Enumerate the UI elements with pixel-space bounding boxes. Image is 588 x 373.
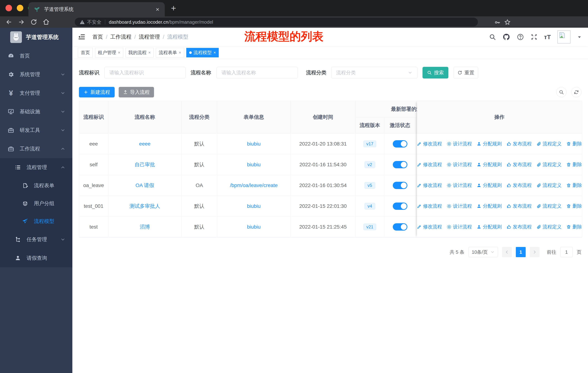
active-toggle[interactable] <box>393 161 407 168</box>
reset-button[interactable]: 重置 <box>453 67 478 79</box>
modify-process-link[interactable]: 修改流程 <box>417 161 442 168</box>
sidebar-item-infrastructure[interactable]: 基础设施 <box>0 102 72 121</box>
caret-down-icon[interactable] <box>577 35 582 39</box>
assign-rule-link[interactable]: 分配规则 <box>477 161 502 168</box>
close-icon[interactable]: × <box>118 50 120 55</box>
delete-link[interactable]: 删除 <box>566 161 582 168</box>
process-category-select[interactable]: 流程分类 <box>331 67 417 79</box>
process-definition-link[interactable]: 流程定义 <box>536 161 562 168</box>
close-icon[interactable]: × <box>214 50 216 55</box>
active-toggle[interactable] <box>393 223 407 231</box>
search-icon[interactable] <box>489 33 496 40</box>
assign-rule-link[interactable]: 分配规则 <box>477 224 502 230</box>
design-process-link[interactable]: 设计流程 <box>447 203 472 209</box>
forward-icon[interactable] <box>18 19 25 26</box>
publish-process-link[interactable]: 发布流程 <box>506 161 532 168</box>
publish-process-link[interactable]: 发布流程 <box>506 141 532 147</box>
fullscreen-icon[interactable] <box>531 33 537 40</box>
assign-rule-link[interactable]: 分配规则 <box>477 141 502 147</box>
home-icon[interactable] <box>43 19 50 26</box>
search-button[interactable]: 搜索 <box>422 67 448 79</box>
sidebar-item-home[interactable]: 首页 <box>0 47 72 65</box>
next-page-button[interactable] <box>530 247 539 257</box>
process-definition-link[interactable]: 流程定义 <box>536 203 562 209</box>
back-icon[interactable] <box>5 19 12 26</box>
breadcrumb-process-management[interactable]: 流程管理 <box>139 33 160 40</box>
modify-process-link[interactable]: 修改流程 <box>417 203 442 209</box>
tag-flow-model[interactable]: 流程模型 × <box>186 48 219 57</box>
close-icon[interactable]: × <box>179 50 181 55</box>
sidebar-item-process-management[interactable]: 流程管理 <box>0 158 72 177</box>
cell-form-info-link[interactable]: /bpm/oa/leave/create <box>217 175 291 196</box>
sidebar-item-leave-query[interactable]: 请假查询 <box>0 249 72 267</box>
create-process-button[interactable]: 新建流程 <box>79 87 115 97</box>
sidebar-item-task-management[interactable]: 任务管理 <box>0 230 72 249</box>
breadcrumb-home[interactable]: 首页 <box>92 33 103 40</box>
process-definition-link[interactable]: 流程定义 <box>536 182 562 189</box>
sidebar-item-user-group[interactable]: 用户分组 <box>0 194 72 212</box>
modify-process-link[interactable]: 修改流程 <box>417 182 442 189</box>
tag-my-flow[interactable]: 我的流程 × <box>126 48 154 57</box>
delete-link[interactable]: 删除 <box>566 203 582 209</box>
minimize-window-button[interactable] <box>17 5 23 11</box>
close-window-button[interactable] <box>5 5 12 11</box>
address-bar[interactable]: 不安全 dashboard.yudao.iocoder.cn/bpm/manag… <box>75 18 478 26</box>
browser-tab[interactable]: 芋道管理系统 × <box>28 2 165 16</box>
breadcrumb-workflow[interactable]: 工作流程 <box>110 33 131 40</box>
github-icon[interactable] <box>503 33 510 41</box>
tab-close-icon[interactable]: × <box>156 6 159 12</box>
cell-form-info-link[interactable]: biubiu <box>217 133 291 154</box>
page-number-1[interactable]: 1 <box>516 247 526 257</box>
sidebar-collapse-icon[interactable] <box>78 33 85 40</box>
active-toggle[interactable] <box>393 202 407 210</box>
goto-page-input[interactable]: 1 <box>560 247 573 257</box>
process-definition-link[interactable]: 流程定义 <box>536 141 562 147</box>
font-size-icon[interactable]: тT <box>544 33 551 40</box>
user-avatar[interactable] <box>557 30 570 43</box>
delete-link[interactable]: 删除 <box>566 224 582 230</box>
modify-process-link[interactable]: 修改流程 <box>417 224 442 230</box>
tag-flow-form[interactable]: 流程表单 × <box>156 48 184 57</box>
bookmark-star-icon[interactable] <box>504 19 511 26</box>
process-name-input[interactable]: 请输入流程名称 <box>217 67 298 79</box>
import-process-button[interactable]: 导入流程 <box>119 87 154 97</box>
cell-form-info-link[interactable]: biubiu <box>217 217 291 237</box>
publish-process-link[interactable]: 发布流程 <box>506 203 532 209</box>
delete-link[interactable]: 删除 <box>566 182 582 189</box>
cell-process-name-link[interactable]: 滔博 <box>108 217 181 237</box>
sidebar-item-devtools[interactable]: 研发工具 <box>0 121 72 140</box>
design-process-link[interactable]: 设计流程 <box>447 141 472 147</box>
delete-link[interactable]: 删除 <box>566 141 582 147</box>
cell-form-info-link[interactable]: biubiu <box>217 154 291 175</box>
cell-process-name-link[interactable]: 自己审批 <box>108 154 181 175</box>
sidebar-item-workflow[interactable]: 工作流程 <box>0 140 72 158</box>
active-toggle[interactable] <box>393 182 407 189</box>
help-icon[interactable] <box>517 33 524 40</box>
app-logo[interactable]: 芋道管理系统 <box>0 28 72 47</box>
page-size-select[interactable]: 10条/页 <box>468 247 498 257</box>
publish-process-link[interactable]: 发布流程 <box>506 182 532 189</box>
process-definition-link[interactable]: 流程定义 <box>536 224 562 230</box>
cell-process-name-link[interactable]: OA 请假 <box>108 175 181 196</box>
close-icon[interactable]: × <box>148 50 151 55</box>
cell-process-name-link[interactable]: 测试多审批人 <box>108 196 181 217</box>
design-process-link[interactable]: 设计流程 <box>447 182 472 189</box>
cell-process-name-link[interactable]: eeee <box>108 133 181 154</box>
sidebar-item-payment[interactable]: ¥ 支付管理 <box>0 84 72 102</box>
reload-icon[interactable] <box>30 19 37 26</box>
new-tab-button[interactable]: + <box>171 3 176 13</box>
password-key-icon[interactable] <box>494 19 501 26</box>
refresh-table-button[interactable] <box>571 87 581 97</box>
assign-rule-link[interactable]: 分配规则 <box>477 203 502 209</box>
cell-form-info-link[interactable]: biubiu <box>217 196 291 217</box>
modify-process-link[interactable]: 修改流程 <box>417 141 442 147</box>
process-key-input[interactable]: 请输入流程标识 <box>105 67 186 79</box>
tag-home[interactable]: 首页 <box>78 48 93 57</box>
publish-process-link[interactable]: 发布流程 <box>506 224 532 230</box>
prev-page-button[interactable] <box>502 247 512 257</box>
sidebar-item-process-model[interactable]: 流程模型 <box>0 212 72 230</box>
tag-tenant[interactable]: 租户管理 × <box>95 48 123 57</box>
design-process-link[interactable]: 设计流程 <box>447 224 472 230</box>
sidebar-item-system[interactable]: 系统管理 <box>0 65 72 84</box>
active-toggle[interactable] <box>393 140 407 148</box>
